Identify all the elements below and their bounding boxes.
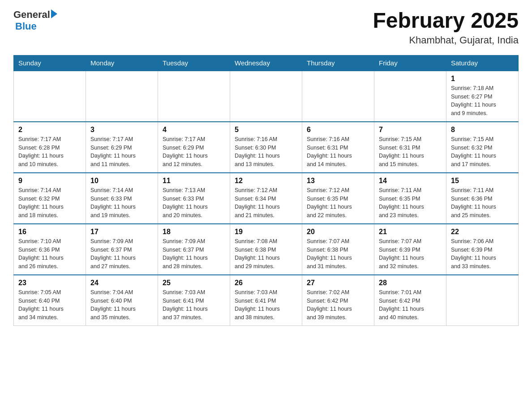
day-cell-3-5: 21Sunrise: 7:07 AMSunset: 6:39 PMDayligh… (374, 224, 446, 275)
day-info: Sunrise: 7:11 AMSunset: 6:35 PMDaylight:… (379, 186, 442, 220)
day-info: Sunrise: 7:11 AMSunset: 6:36 PMDaylight:… (451, 186, 514, 220)
day-info: Sunrise: 7:16 AMSunset: 6:30 PMDaylight:… (235, 135, 297, 169)
day-info: Sunrise: 7:14 AMSunset: 6:33 PMDaylight:… (90, 186, 153, 220)
day-number: 10 (90, 177, 153, 185)
header-thursday: Thursday (302, 55, 374, 71)
header-wednesday: Wednesday (230, 55, 302, 71)
day-number: 13 (307, 177, 369, 185)
day-cell-4-1: 24Sunrise: 7:04 AMSunset: 6:40 PMDayligh… (86, 275, 158, 326)
day-number: 8 (451, 126, 514, 134)
day-cell-2-1: 10Sunrise: 7:14 AMSunset: 6:33 PMDayligh… (86, 173, 158, 224)
day-info: Sunrise: 7:12 AMSunset: 6:35 PMDaylight:… (307, 186, 369, 220)
day-number: 27 (307, 279, 369, 287)
day-cell-1-6: 8Sunrise: 7:15 AMSunset: 6:32 PMDaylight… (446, 122, 519, 173)
day-number: 23 (18, 279, 81, 287)
logo: General Blue (13, 9, 57, 32)
day-number: 15 (451, 177, 514, 185)
day-number: 9 (18, 177, 81, 185)
day-info: Sunrise: 7:07 AMSunset: 6:39 PMDaylight:… (379, 237, 442, 271)
day-cell-4-6 (446, 275, 519, 326)
day-number: 4 (163, 126, 225, 134)
day-cell-1-1: 3Sunrise: 7:17 AMSunset: 6:29 PMDaylight… (86, 122, 158, 173)
day-cell-0-3 (230, 71, 302, 122)
day-cell-3-4: 20Sunrise: 7:07 AMSunset: 6:38 PMDayligh… (302, 224, 374, 275)
day-number: 22 (451, 228, 514, 236)
day-info: Sunrise: 7:15 AMSunset: 6:32 PMDaylight:… (451, 135, 514, 169)
day-cell-4-4: 27Sunrise: 7:02 AMSunset: 6:42 PMDayligh… (302, 275, 374, 326)
day-number: 2 (18, 126, 81, 134)
day-number: 14 (379, 177, 442, 185)
day-cell-1-0: 2Sunrise: 7:17 AMSunset: 6:28 PMDaylight… (14, 122, 86, 173)
week-row-4: 16Sunrise: 7:10 AMSunset: 6:36 PMDayligh… (14, 224, 519, 275)
calendar-title-block: February 2025 Khambhat, Gujarat, India (373, 9, 519, 46)
day-cell-4-3: 26Sunrise: 7:03 AMSunset: 6:41 PMDayligh… (230, 275, 302, 326)
calendar-subtitle: Khambhat, Gujarat, India (373, 34, 519, 46)
day-number: 6 (307, 126, 369, 134)
day-cell-3-1: 17Sunrise: 7:09 AMSunset: 6:37 PMDayligh… (86, 224, 158, 275)
day-info: Sunrise: 7:06 AMSunset: 6:39 PMDaylight:… (451, 237, 514, 271)
day-number: 5 (235, 126, 297, 134)
header-friday: Friday (374, 55, 446, 71)
day-number: 26 (235, 279, 297, 287)
week-row-5: 23Sunrise: 7:05 AMSunset: 6:40 PMDayligh… (14, 275, 519, 326)
day-number: 12 (235, 177, 297, 185)
day-cell-1-4: 6Sunrise: 7:16 AMSunset: 6:31 PMDaylight… (302, 122, 374, 173)
day-number: 1 (451, 75, 514, 83)
day-number: 19 (235, 228, 297, 236)
day-info: Sunrise: 7:13 AMSunset: 6:33 PMDaylight:… (163, 186, 225, 220)
calendar-header-row: Sunday Monday Tuesday Wednesday Thursday… (14, 55, 519, 71)
day-cell-3-0: 16Sunrise: 7:10 AMSunset: 6:36 PMDayligh… (14, 224, 86, 275)
day-info: Sunrise: 7:17 AMSunset: 6:29 PMDaylight:… (90, 135, 153, 169)
day-cell-4-0: 23Sunrise: 7:05 AMSunset: 6:40 PMDayligh… (14, 275, 86, 326)
day-cell-0-6: 1Sunrise: 7:18 AMSunset: 6:27 PMDaylight… (446, 71, 519, 122)
week-row-1: 1Sunrise: 7:18 AMSunset: 6:27 PMDaylight… (14, 71, 519, 122)
day-cell-2-5: 14Sunrise: 7:11 AMSunset: 6:35 PMDayligh… (374, 173, 446, 224)
calendar-table: Sunday Monday Tuesday Wednesday Thursday… (13, 55, 519, 326)
header-sunday: Sunday (14, 55, 86, 71)
day-info: Sunrise: 7:03 AMSunset: 6:41 PMDaylight:… (235, 288, 297, 322)
day-cell-3-2: 18Sunrise: 7:09 AMSunset: 6:37 PMDayligh… (158, 224, 230, 275)
day-cell-0-4 (302, 71, 374, 122)
logo-blue-text: Blue (15, 21, 37, 32)
day-cell-3-6: 22Sunrise: 7:06 AMSunset: 6:39 PMDayligh… (446, 224, 519, 275)
day-cell-2-0: 9Sunrise: 7:14 AMSunset: 6:32 PMDaylight… (14, 173, 86, 224)
day-number: 16 (18, 228, 81, 236)
calendar-title: February 2025 (373, 9, 519, 33)
logo-general-text: General (13, 9, 50, 21)
day-number: 18 (163, 228, 225, 236)
week-row-2: 2Sunrise: 7:17 AMSunset: 6:28 PMDaylight… (14, 122, 519, 173)
header-saturday: Saturday (446, 55, 519, 71)
day-cell-3-3: 19Sunrise: 7:08 AMSunset: 6:38 PMDayligh… (230, 224, 302, 275)
day-info: Sunrise: 7:14 AMSunset: 6:32 PMDaylight:… (18, 186, 81, 220)
day-number: 7 (379, 126, 442, 134)
day-cell-1-5: 7Sunrise: 7:15 AMSunset: 6:31 PMDaylight… (374, 122, 446, 173)
day-info: Sunrise: 7:15 AMSunset: 6:31 PMDaylight:… (379, 135, 442, 169)
day-info: Sunrise: 7:10 AMSunset: 6:36 PMDaylight:… (18, 237, 81, 271)
day-cell-0-2 (158, 71, 230, 122)
day-number: 11 (163, 177, 225, 185)
day-info: Sunrise: 7:05 AMSunset: 6:40 PMDaylight:… (18, 288, 81, 322)
day-number: 17 (90, 228, 153, 236)
day-number: 24 (90, 279, 153, 287)
day-number: 3 (90, 126, 153, 134)
day-info: Sunrise: 7:07 AMSunset: 6:38 PMDaylight:… (307, 237, 369, 271)
day-cell-1-3: 5Sunrise: 7:16 AMSunset: 6:30 PMDaylight… (230, 122, 302, 173)
day-info: Sunrise: 7:03 AMSunset: 6:41 PMDaylight:… (163, 288, 225, 322)
header-tuesday: Tuesday (158, 55, 230, 71)
day-info: Sunrise: 7:08 AMSunset: 6:38 PMDaylight:… (235, 237, 297, 271)
day-cell-2-6: 15Sunrise: 7:11 AMSunset: 6:36 PMDayligh… (446, 173, 519, 224)
day-cell-0-5 (374, 71, 446, 122)
day-cell-2-2: 11Sunrise: 7:13 AMSunset: 6:33 PMDayligh… (158, 173, 230, 224)
day-number: 20 (307, 228, 369, 236)
day-info: Sunrise: 7:18 AMSunset: 6:27 PMDaylight:… (451, 84, 514, 118)
day-cell-0-1 (86, 71, 158, 122)
day-info: Sunrise: 7:17 AMSunset: 6:28 PMDaylight:… (18, 135, 81, 169)
day-cell-0-0 (14, 71, 86, 122)
day-number: 21 (379, 228, 442, 236)
header-monday: Monday (86, 55, 158, 71)
day-cell-2-4: 13Sunrise: 7:12 AMSunset: 6:35 PMDayligh… (302, 173, 374, 224)
day-cell-2-3: 12Sunrise: 7:12 AMSunset: 6:34 PMDayligh… (230, 173, 302, 224)
day-cell-4-2: 25Sunrise: 7:03 AMSunset: 6:41 PMDayligh… (158, 275, 230, 326)
day-info: Sunrise: 7:12 AMSunset: 6:34 PMDaylight:… (235, 186, 297, 220)
week-row-3: 9Sunrise: 7:14 AMSunset: 6:32 PMDaylight… (14, 173, 519, 224)
